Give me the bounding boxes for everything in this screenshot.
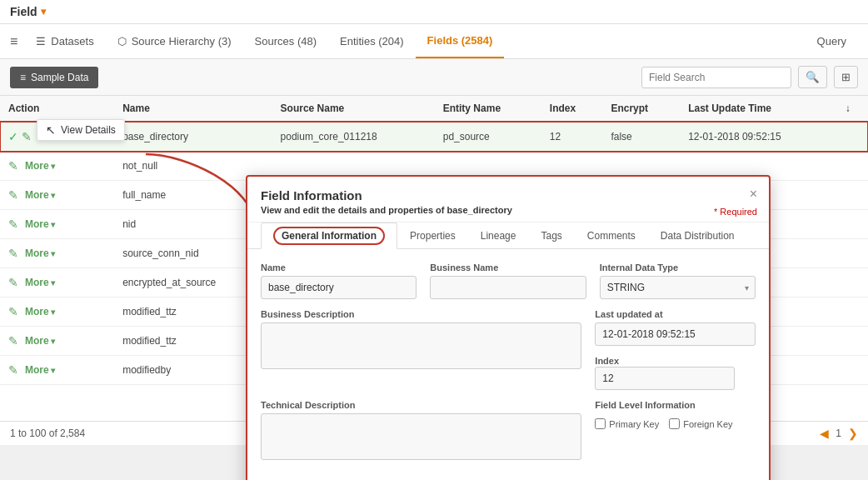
more-label: More (25, 160, 49, 172)
last-updated-input[interactable] (595, 322, 756, 346)
edit-icon[interactable]: ✎ (22, 130, 32, 143)
nav-item-datasets[interactable]: ☰ Datasets (24, 25, 105, 58)
col-encrypt: Encrypt (602, 96, 680, 122)
index-input[interactable] (595, 367, 735, 390)
hamburger-icon[interactable]: ≡ (10, 34, 17, 49)
action-cell: ✎More▾ (8, 362, 106, 378)
title-chevron-icon[interactable]: ▾ (41, 6, 46, 18)
more-chevron-icon: ▾ (51, 191, 55, 200)
more-dropdown[interactable]: More▾ (22, 158, 58, 173)
page-number: 1 (836, 428, 841, 439)
toolbar: ≡ Sample Data 🔍 ⊞ (0, 59, 868, 96)
form-group-name: Name (261, 262, 417, 299)
more-dropdown[interactable]: More▾ (22, 246, 58, 261)
nav-item-sources[interactable]: Sources (48) (243, 25, 328, 58)
action-cell: ✎More▾ (8, 333, 106, 348)
foreign-key-checkbox[interactable] (669, 418, 680, 429)
cell-entity-name: pd_source (435, 122, 541, 152)
name-input[interactable] (261, 276, 417, 299)
grid-view-button[interactable]: ⊞ (834, 66, 858, 88)
edit-icon[interactable]: ✎ (8, 305, 18, 318)
col-download[interactable]: ↓ (837, 96, 868, 122)
nav-item-entities[interactable]: Entities (204) (328, 25, 416, 58)
more-dropdown[interactable]: More▾ (22, 275, 58, 290)
edit-icon[interactable]: ✎ (8, 247, 18, 260)
tab-comments[interactable]: Comments (575, 222, 648, 249)
primary-key-label: Primary Key (609, 419, 659, 429)
tab-lineage[interactable]: Lineage (468, 222, 529, 249)
business-name-input[interactable] (430, 276, 586, 299)
form-group-business-description: Business Description (261, 309, 581, 390)
nav-entities-label: Entities (204) (340, 35, 404, 48)
more-label: More (25, 248, 49, 259)
cell-last-update: 12-01-2018 09:52:15 (680, 122, 836, 152)
nav-item-fields[interactable]: Fields (2584) (416, 24, 505, 58)
tab-lineage-label: Lineage (481, 230, 516, 242)
nav-sources-label: Sources (48) (255, 35, 317, 48)
more-dropdown[interactable]: More▾ (22, 304, 58, 319)
edit-icon[interactable]: ✎ (8, 334, 18, 348)
nav-query[interactable]: Query (806, 27, 858, 56)
tab-properties[interactable]: Properties (397, 222, 468, 249)
edit-icon[interactable]: ✎ (8, 188, 18, 202)
datasets-icon: ☰ (36, 35, 46, 48)
nav-bar: ≡ ☰ Datasets ⬡ Source Hierarchy (3) Sour… (0, 24, 868, 59)
source-hierarchy-icon: ⬡ (117, 35, 127, 48)
nav-item-source-hierarchy[interactable]: ⬡ Source Hierarchy (3) (106, 25, 243, 58)
form-group-business-name: Business Name (430, 262, 586, 299)
edit-icon[interactable]: ✎ (8, 363, 18, 377)
more-dropdown[interactable]: More▾ (22, 333, 58, 348)
index-label: Index (595, 356, 619, 366)
form-row-1: Name Business Name Internal Data Type ST… (261, 262, 756, 299)
internal-data-type-label: Internal Data Type (600, 262, 756, 272)
action-cell: ✎More▾ (8, 246, 106, 261)
edit-icon[interactable]: ✎ (8, 276, 18, 289)
cursor-icon: ↖ (46, 123, 56, 137)
sample-data-icon: ≡ (20, 72, 26, 83)
prev-page-button[interactable]: ◀ (820, 427, 829, 440)
more-chevron-icon: ▾ (51, 308, 55, 317)
page-title: Field ▾ (10, 5, 46, 18)
checkbox-group: Primary Key Foreign Key (595, 418, 756, 429)
modal-body: Name Business Name Internal Data Type ST… (247, 249, 769, 480)
technical-description-textarea[interactable] (261, 413, 581, 460)
next-page-button[interactable]: ❯ (848, 427, 858, 440)
business-description-textarea[interactable] (261, 322, 581, 369)
tab-general-circle: General Information (273, 227, 385, 245)
index-group: Index (595, 354, 756, 390)
search-button[interactable]: 🔍 (798, 66, 827, 88)
more-label: More (25, 364, 49, 376)
nav-datasets-label: Datasets (51, 35, 93, 48)
more-chevron-icon: ▾ (51, 278, 55, 288)
technical-description-label: Technical Description (261, 400, 581, 410)
internal-data-type-select[interactable]: STRING INTEGER BOOLEAN DATE (600, 276, 756, 299)
more-dropdown[interactable]: More▾ (22, 188, 58, 202)
more-label: More (25, 189, 49, 201)
action-cell: ✎More▾ (8, 158, 106, 173)
more-label: More (25, 277, 49, 288)
more-chevron-icon: ▾ (51, 162, 55, 171)
edit-icon[interactable]: ✎ (8, 159, 18, 172)
sample-data-button[interactable]: ≡ Sample Data (10, 67, 98, 88)
tab-general-information[interactable]: General Information (261, 222, 397, 249)
field-search-input[interactable] (641, 67, 791, 88)
action-cell: ✎More▾ (8, 188, 106, 202)
col-last-update: Last Update Time (680, 96, 836, 122)
form-group-internal-data-type: Internal Data Type STRING INTEGER BOOLEA… (600, 262, 756, 299)
table-row: ✓ ✎ More ▾ base_directory podium_core_01… (0, 122, 868, 152)
tab-data-distribution[interactable]: Data Distribution (648, 222, 747, 249)
modal-subtitle-field: base_directory (447, 205, 512, 215)
edit-icon[interactable]: ✎ (8, 218, 18, 231)
tab-tags[interactable]: Tags (528, 222, 574, 249)
view-details-label: View Details (61, 124, 116, 136)
action-cell: ✎More▾ (8, 217, 106, 232)
more-chevron-icon: ▾ (51, 249, 55, 258)
more-dropdown[interactable]: More▾ (22, 217, 58, 232)
col-source-name: Source Name (272, 96, 435, 122)
modal-header: Field Information View and edit the deta… (247, 177, 769, 222)
primary-key-checkbox[interactable] (595, 418, 606, 429)
more-dropdown[interactable]: More▾ (22, 362, 58, 378)
title-text: Field (10, 5, 37, 18)
modal-close-button[interactable]: × (750, 187, 757, 202)
last-updated-label: Last updated at (595, 309, 756, 319)
